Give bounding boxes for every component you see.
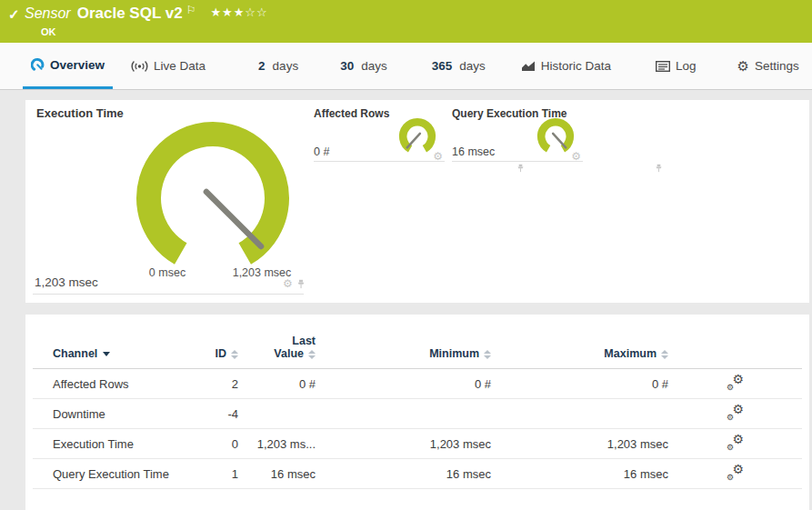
column-header-maximum[interactable]: Maximum [491,315,668,369]
channel-last-value [238,399,316,429]
channel-id: -4 [180,399,238,429]
gauge-needle [407,134,420,148]
pin-icon[interactable] [296,279,306,289]
tab-365-days-label: days [459,59,486,73]
channel-maximum: 1,203 msec [491,429,668,459]
sensor-title: SensorOracle SQL v2⚐★★★☆☆ [25,5,268,23]
tab-settings[interactable]: ⚙ Settings [737,43,799,89]
table-row-query-execution-time[interactable]: Query Execution Time 1 16 msec 16 msec 1… [33,459,802,489]
tab-overview-label: Overview [50,58,105,72]
mini-tile-query-execution-time[interactable]: Query Execution Time 16 msec ⚙ [452,104,583,171]
tab-overview[interactable]: Overview [23,43,113,89]
channel-last-value: 1,203 ms... [238,429,316,459]
channel-settings-icon[interactable]: ⚙⚙ [727,375,744,390]
column-header-maximum-label: Maximum [604,347,657,360]
channel-settings-icon[interactable]: ⚙⚙ [727,465,744,480]
mini-tile-value: 16 msec [452,145,495,158]
channel-maximum: 16 msec [491,459,668,489]
tab-365-days-number: 365 [432,59,453,73]
gauge-needle [553,134,566,148]
channel-name[interactable]: Query Execution Time [33,459,180,489]
channel-minimum: 16 msec [316,459,491,489]
query-execution-time-gauge [536,116,576,156]
column-header-last-label: Last [238,335,316,347]
tab-365-days[interactable]: 365 days [432,43,486,89]
column-header-minimum-label: Minimum [429,347,479,360]
tab-historic-data[interactable]: Historic Data [521,43,611,89]
table-row-execution-time[interactable]: Execution Time 0 1,203 ms... 1,203 msec … [33,429,802,459]
sort-icon [231,350,238,359]
channel-minimum: 1,203 msec [316,429,491,459]
tab-30-days[interactable]: 30 days [340,43,387,89]
main-gauge-value: 1,203 msec [35,275,98,289]
tab-30-days-number: 30 [340,59,354,73]
column-header-channel-label: Channel [53,347,97,360]
sorted-desc-icon [103,352,110,356]
overview-content: Execution Time 0 msec 1,203 msec 1,203 m… [0,90,812,510]
tile-gear-icon[interactable]: ⚙ [283,278,293,289]
channel-settings-icon[interactable]: ⚙⚙ [727,435,744,450]
channel-table: Channel ID Last Value Minimum Maximum [33,315,802,489]
tab-live-data[interactable]: Live Data [125,43,211,89]
channel-name[interactable]: Downtime [33,399,180,429]
channel-id: 0 [180,429,238,459]
column-header-minimum[interactable]: Minimum [316,315,491,369]
column-header-id-label: ID [216,347,227,360]
flag-icon[interactable]: ⚐ [186,4,196,16]
main-tile-actions: ⚙ [283,278,306,289]
channel-name[interactable]: Execution Time [33,429,180,459]
channel-id: 1 [180,459,238,489]
channel-name[interactable]: Affected Rows [33,369,180,399]
historic-chart-icon [521,60,536,72]
main-gauge-title: Execution Time [36,106,124,120]
channels-panel: Channel ID Last Value Minimum Maximum [25,315,809,510]
column-header-channel[interactable]: Channel [33,315,180,369]
tab-log[interactable]: Log [656,43,697,89]
channel-last-value: 16 msec [238,459,316,489]
channel-maximum: 0 # [491,369,668,399]
pin-icon[interactable] [655,164,663,173]
tab-30-days-label: days [361,59,387,73]
mini-tile-affected-rows[interactable]: Affected Rows 0 # ⚙ [314,104,445,171]
stars-filled: ★★★ [210,5,245,19]
settings-gear-icon: ⚙ [737,59,749,73]
priority-stars[interactable]: ★★★☆☆ [210,5,267,19]
column-header-actions [668,315,802,369]
gauges-panel: Execution Time 0 msec 1,203 msec 1,203 m… [25,100,809,303]
stars-empty: ☆☆ [245,5,267,19]
channel-maximum [491,399,668,429]
status-ok-check-icon: ✓ [8,6,20,23]
tile-separator [33,294,304,295]
sensor-title-bar: ✓ SensorOracle SQL v2⚐★★★☆☆ OK [0,0,812,43]
sort-icon [661,350,668,359]
tab-historic-data-label: Historic Data [541,59,611,73]
table-row-downtime[interactable]: Downtime -4 ⚙⚙ [33,399,802,429]
sort-icon [484,350,491,359]
status-badge: OK [41,26,56,37]
gauge-icon [31,58,45,72]
channel-minimum [316,399,491,429]
mini-tile-value: 0 # [314,145,329,158]
channel-table-header-row: Channel ID Last Value Minimum Maximum [33,315,802,369]
channel-last-value: 0 # [238,369,316,399]
tab-2-days[interactable]: 2 days [258,43,298,89]
live-data-icon [131,60,148,73]
sort-icon [308,350,316,359]
channel-minimum: 0 # [316,369,491,399]
tab-bar: Overview Live Data 2 days 30 days 365 da… [0,43,812,90]
gauge-scale-min: 0 msec [131,266,204,279]
execution-time-gauge [126,112,299,285]
tab-2-days-number: 2 [258,59,266,73]
column-header-id[interactable]: ID [180,315,238,369]
affected-rows-gauge [397,116,437,156]
mini-tile-title: Affected Rows [314,107,389,120]
sensor-name[interactable]: Oracle SQL v2 [77,5,183,22]
channel-settings-icon[interactable]: ⚙⚙ [727,405,744,420]
column-header-value-label: Value [274,347,304,360]
column-header-last-value[interactable]: Last Value [238,315,316,369]
tile-separator [452,161,583,162]
log-list-icon [656,61,670,72]
tile-separator [314,161,445,162]
table-row-affected-rows[interactable]: Affected Rows 2 0 # 0 # 0 # ⚙⚙ [33,369,802,399]
tab-log-label: Log [676,59,697,73]
